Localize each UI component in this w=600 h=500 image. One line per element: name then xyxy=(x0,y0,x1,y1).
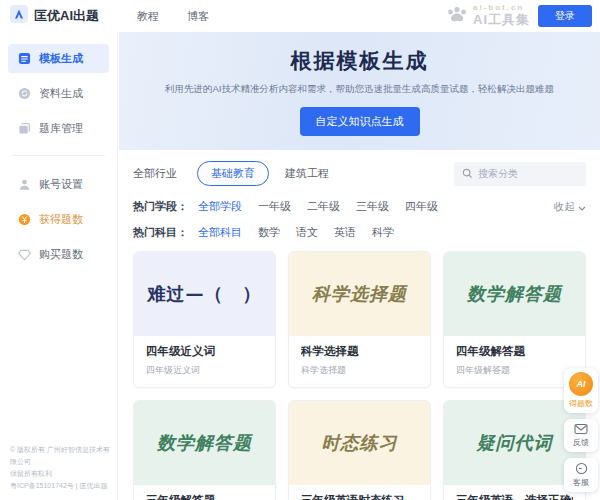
sidebar-item-label: 资料生成 xyxy=(39,86,83,101)
card-grid: 难过—（ ）四年级近义词四年级近义词科学选择题科学选择题科学选择题数学解答题四年… xyxy=(133,251,586,500)
copyright-line: 粤ICP备15101742号 | 匡优出题 xyxy=(10,480,111,492)
card-body: 三年级解答题 xyxy=(134,485,275,500)
sidebar-item-label: 模板生成 xyxy=(39,51,83,66)
top-nav: 教程博客 xyxy=(137,9,209,24)
filter-option[interactable]: 英语 xyxy=(334,225,356,240)
app-title: 匡优AI出题 xyxy=(34,7,99,25)
hot-row-grade: 热门学段：全部学段一年级二年级三年级四年级收起 xyxy=(133,199,586,214)
sidebar-item-label: 账号设置 xyxy=(39,177,83,192)
search-box xyxy=(454,162,586,186)
header-right: ai-bot.cn AI工具集 登录 xyxy=(445,4,592,27)
custom-knowledge-button[interactable]: 自定义知识点生成 xyxy=(300,107,420,136)
nav-tutorial[interactable]: 教程 xyxy=(137,9,159,24)
card-subtitle: 科学选择题 xyxy=(301,364,418,377)
filter-option[interactable]: 三年级 xyxy=(356,199,389,214)
hot-options: 全部学段一年级二年级三年级四年级 xyxy=(198,199,438,214)
filter-option[interactable]: 一年级 xyxy=(258,199,291,214)
copyright-line: 保留所有权利 xyxy=(10,468,111,480)
sidebar-divider xyxy=(12,155,105,156)
ai-badge-icon: AI xyxy=(569,372,593,396)
card-body: 三年级英语时态练习 xyxy=(289,485,430,500)
float-earn-questions-button[interactable]: AI得题数 xyxy=(564,368,598,413)
float-label: 反馈 xyxy=(573,437,589,448)
sidebar-item-label: 题库管理 xyxy=(39,121,83,136)
sidebar-item-material-gen[interactable]: 资料生成 xyxy=(8,79,109,108)
search-icon xyxy=(462,168,473,179)
card-banner-text: 难过—（ ） xyxy=(148,282,262,306)
paw-icon xyxy=(445,5,469,28)
card-title: 三年级解答题 xyxy=(146,493,263,500)
card-title: 科学选择题 xyxy=(301,344,418,359)
filter-option[interactable]: 科学 xyxy=(372,225,394,240)
card-banner-text: 数学解答题 xyxy=(467,282,562,306)
filter-option[interactable]: 全部科目 xyxy=(198,225,242,240)
hot-row-label: 热门学段： xyxy=(133,199,188,214)
card-banner-text: 时态练习 xyxy=(322,431,398,455)
template-card[interactable]: 时态练习三年级英语时态练习 xyxy=(288,400,431,500)
card-banner: 难过—（ ） xyxy=(134,252,275,336)
main-content: 根据模板生成 利用先进的AI技术精准分析内容和需求，帮助您迅速批量生成高质量试题… xyxy=(119,32,600,500)
sidebar-item-account-settings[interactable]: 账号设置 xyxy=(8,170,109,199)
industry-tab-construction[interactable]: 建筑工程 xyxy=(285,166,329,181)
card-title: 四年级近义词 xyxy=(146,344,263,359)
sidebar-item-question-bank[interactable]: 题库管理 xyxy=(8,114,109,143)
card-subtitle: 四年级近义词 xyxy=(146,364,263,377)
template-card[interactable]: 数学解答题三年级解答题 xyxy=(133,400,276,500)
filter-option[interactable]: 全部学段 xyxy=(198,199,242,214)
industry-tab-all[interactable]: 全部行业 xyxy=(133,166,177,181)
copyright-line: © 版权所有 广州好智信息技术有限公司 xyxy=(10,444,111,468)
template-card[interactable]: 难过—（ ）四年级近义词四年级近义词 xyxy=(133,251,276,388)
industry-tab-basic-edu[interactable]: 基础教育 xyxy=(197,161,269,186)
card-banner: 数学解答题 xyxy=(134,401,275,485)
float-feedback-button[interactable]: 反馈 xyxy=(564,419,598,452)
card-banner-text: 科学选择题 xyxy=(312,282,407,306)
watermark-line2: AI工具集 xyxy=(473,13,530,27)
template-icon xyxy=(18,52,31,65)
filter-option[interactable]: 语文 xyxy=(296,225,318,240)
sidebar-item-label: 获得题数 xyxy=(39,212,83,227)
material-icon xyxy=(18,87,31,100)
sidebar-menu: 模板生成资料生成题库管理账号设置获得题数购买题数 xyxy=(0,44,117,269)
account-icon xyxy=(18,178,31,191)
sidebar-footer: © 版权所有 广州好智信息技术有限公司保留所有权利粤ICP备15101742号 … xyxy=(10,444,111,492)
logo[interactable]: 匡优AI出题 xyxy=(10,5,99,27)
watermark: ai-bot.cn AI工具集 xyxy=(445,4,530,27)
industry-tabs: 全部行业基础教育建筑工程 xyxy=(133,161,349,186)
float-label: 得题数 xyxy=(569,398,593,409)
envelope-icon xyxy=(574,423,588,435)
watermark-text: ai-bot.cn AI工具集 xyxy=(473,4,530,27)
logo-icon xyxy=(10,5,28,27)
login-button[interactable]: 登录 xyxy=(538,5,592,27)
sidebar-item-label: 购买题数 xyxy=(39,247,83,262)
card-subtitle: 四年级解答题 xyxy=(456,364,573,377)
hero-section: 根据模板生成 利用先进的AI技术精准分析内容和需求，帮助您迅速批量生成高质量试题… xyxy=(119,32,600,150)
float-label: 客服 xyxy=(573,477,589,488)
collapse-button[interactable]: 收起 xyxy=(554,200,586,214)
search-input[interactable] xyxy=(478,168,578,179)
sidebar-item-earn-questions[interactable]: 获得题数 xyxy=(8,205,109,234)
nav-blog[interactable]: 博客 xyxy=(187,9,209,24)
sidebar-item-template-gen[interactable]: 模板生成 xyxy=(8,44,109,73)
card-body: 科学选择题科学选择题 xyxy=(289,336,430,387)
float-widget: AI得题数反馈客服 xyxy=(564,368,598,492)
card-banner: 科学选择题 xyxy=(289,252,430,336)
filter-option[interactable]: 四年级 xyxy=(405,199,438,214)
card-title: 四年级解答题 xyxy=(456,344,573,359)
page-subtitle: 利用先进的AI技术精准分析内容和需求，帮助您迅速批量生成高质量试题，轻松解决出题… xyxy=(133,83,585,96)
card-body: 四年级近义词四年级近义词 xyxy=(134,336,275,387)
float-support-button[interactable]: 客服 xyxy=(564,458,598,492)
diamond-icon xyxy=(18,248,31,261)
filter-bar: 全部行业基础教育建筑工程 xyxy=(119,150,600,186)
filter-option[interactable]: 二年级 xyxy=(307,199,340,214)
template-card[interactable]: 科学选择题科学选择题科学选择题 xyxy=(288,251,431,388)
sidebar-item-buy-questions[interactable]: 购买题数 xyxy=(8,240,109,269)
card-banner: 数学解答题 xyxy=(444,252,585,336)
card-title: 三年级英语，选择正确的答 xyxy=(456,493,573,500)
filter-option[interactable]: 数学 xyxy=(258,225,280,240)
card-banner-text: 疑问代词 xyxy=(477,431,553,455)
card-banner: 时态练习 xyxy=(289,401,430,485)
page-title: 根据模板生成 xyxy=(291,47,429,75)
sidebar: 模板生成资料生成题库管理账号设置获得题数购买题数 © 版权所有 广州好智信息技术… xyxy=(0,32,118,500)
chevron-down-icon xyxy=(578,201,586,213)
bank-icon xyxy=(18,122,31,135)
